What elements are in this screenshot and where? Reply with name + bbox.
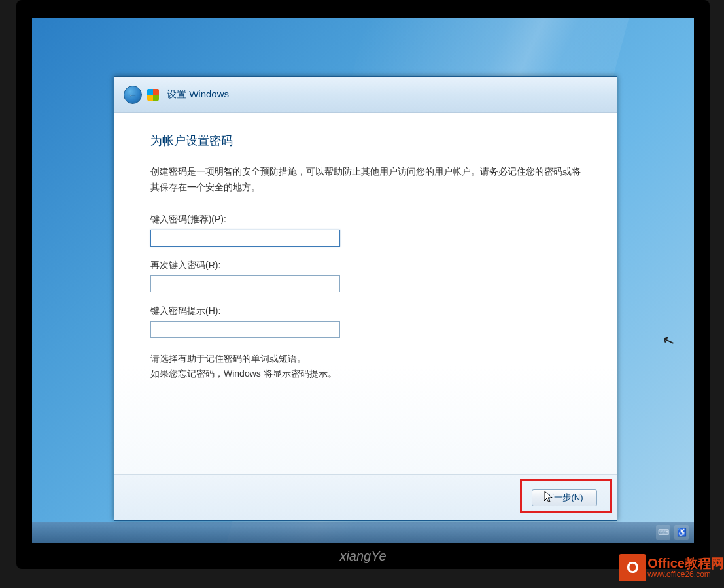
password-hint-label: 键入密码提示(H): bbox=[150, 305, 581, 317]
password-input[interactable] bbox=[150, 230, 340, 247]
setup-dialog: ← 设置 Windows 为帐户设置密码 创建密码是一项明智的安全预防措施，可以… bbox=[114, 76, 617, 521]
watermark-title: Office教程网 bbox=[647, 556, 724, 570]
confirm-password-input[interactable] bbox=[150, 275, 340, 292]
watermark-url: www.office26.com bbox=[647, 570, 724, 579]
taskbar: ⌨ ♿ bbox=[32, 522, 694, 543]
confirm-password-label: 再次键入密码(R): bbox=[150, 260, 581, 271]
next-button[interactable]: 下一步(N) bbox=[532, 489, 597, 506]
hint-line-2: 如果您忘记密码，Windows 将显示密码提示。 bbox=[150, 366, 581, 382]
hint-description: 请选择有助于记住密码的单词或短语。 如果您忘记密码，Windows 将显示密码提… bbox=[150, 351, 581, 383]
back-arrow-icon: ← bbox=[128, 90, 137, 100]
dialog-header: ← 设置 Windows bbox=[114, 77, 617, 113]
description-text: 创建密码是一项明智的安全预防措施，可以帮助防止其他用户访问您的用户帐户。请务必记… bbox=[150, 164, 581, 196]
watermark: O Office教程网 www.office26.com bbox=[619, 554, 724, 581]
taskbar-accessibility-icon[interactable]: ♿ bbox=[674, 525, 689, 540]
screen: ↖ ← 设置 Windows 为帐户设置密码 创建密码是一项明智的安全预防措施，… bbox=[32, 18, 694, 543]
password-label: 键入密码(推荐)(P): bbox=[150, 214, 581, 226]
confirm-password-field-group: 再次键入密码(R): bbox=[150, 260, 581, 292]
page-title: 为帐户设置密码 bbox=[150, 133, 581, 148]
monitor-frame: ↖ ← 设置 Windows 为帐户设置密码 创建密码是一项明智的安全预防措施，… bbox=[16, 0, 710, 569]
back-button[interactable]: ← bbox=[124, 86, 142, 104]
dialog-header-title: 设置 Windows bbox=[167, 88, 229, 101]
windows-icon bbox=[147, 89, 159, 101]
watermark-text-block: Office教程网 www.office26.com bbox=[647, 556, 724, 579]
hint-field-group: 键入密码提示(H): bbox=[150, 305, 581, 338]
dialog-body: 为帐户设置密码 创建密码是一项明智的安全预防措施，可以帮助防止其他用户访问您的用… bbox=[114, 113, 617, 474]
hint-line-1: 请选择有助于记住密码的单词或短语。 bbox=[150, 351, 581, 367]
monitor-brand-label: xiangYe bbox=[339, 549, 386, 564]
password-hint-input[interactable] bbox=[150, 321, 340, 338]
watermark-logo-icon: O bbox=[619, 554, 646, 581]
taskbar-keyboard-icon[interactable]: ⌨ bbox=[656, 525, 670, 540]
desktop-cursor-decor: ↖ bbox=[660, 331, 677, 351]
dialog-footer: 下一步(N) bbox=[114, 474, 617, 520]
password-field-group: 键入密码(推荐)(P): bbox=[150, 214, 581, 247]
